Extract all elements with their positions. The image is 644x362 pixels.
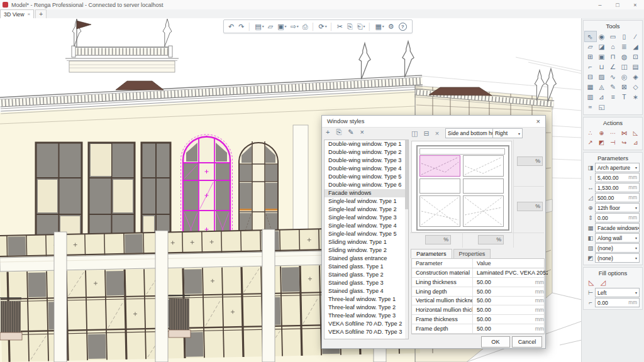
action-mirror-icon[interactable]: ⋈ [619,128,630,138]
mep-tool-icon[interactable]: ⊠ [619,82,630,92]
axis-tool-icon[interactable]: ∠ [608,62,619,72]
field-control[interactable]: 0.00 mm [595,298,640,307]
equipment-tool-icon[interactable]: ◎ [619,72,630,82]
ramp-tool-icon[interactable]: ◢ [630,41,641,52]
tab[interactable]: Parameters [411,249,452,258]
help-icon[interactable]: ? [397,23,409,31]
symbol-tool-icon[interactable]: ∗ [630,92,641,102]
edit-style-icon[interactable]: ✎ [348,128,353,138]
field-control[interactable]: Arch aperture ▾ [595,163,640,172]
field-control[interactable]: Left ▾ [595,288,640,297]
list-item[interactable]: Sliding window. Type 1 [325,238,408,246]
list-item[interactable]: Single-leaf window. Type 4 [325,222,408,230]
list-item[interactable]: Facade windows [325,189,408,197]
split-percent-field[interactable]: % [517,202,543,211]
action-more-icon[interactable]: ⋯ [608,128,619,138]
cell-value[interactable]: 50.00 [477,297,491,304]
list-item[interactable]: Double-wing window. Type 4 [325,165,408,173]
maximize-button[interactable]: □ [609,2,626,8]
pipe-tool-icon[interactable]: ◬ [596,82,608,92]
action-angle-icon[interactable]: ⊿ [630,138,641,147]
list-item[interactable]: Double-wing window. Type 3 [325,156,408,165]
field-control[interactable]: (none) ▾ [595,253,640,263]
delete-split-icon[interactable]: × [435,129,439,137]
railing-tool-icon[interactable]: ⌐ [585,62,596,72]
grid-tool-icon[interactable]: ▦ [585,82,596,92]
action-rotate-icon[interactable]: ⊕ [596,128,608,138]
isolated-region-tool-icon[interactable]: ◍ [619,52,630,62]
separator[interactable]: │ [367,21,374,32]
specification-tool-icon[interactable]: ▤ [630,62,641,72]
preview-canvas[interactable] [411,141,512,233]
delete-style-icon[interactable]: × [360,128,364,138]
open-icon[interactable]: ▱ [266,21,275,32]
annotation-tool-icon[interactable]: ✎ [608,82,619,92]
split-percent-field[interactable]: % [478,235,504,244]
hinge-type-select[interactable]: Side and bottom hur ▾ [445,128,494,138]
list-item[interactable]: Three-leaf window. Type 3 [325,312,408,320]
beam-tool-icon[interactable]: ∕ [630,31,641,41]
split-vertical-icon[interactable]: ◫ [411,129,418,138]
paste-icon[interactable]: ⎗▾ [355,21,367,32]
table-row[interactable]: Lining thickness 50.00 mm [412,278,544,287]
preview-transom[interactable] [419,148,505,155]
fill-left-slope-icon[interactable]: ◺ [589,278,594,287]
list-item[interactable]: Three-leaf window. Type 2 [325,304,408,312]
list-item[interactable]: Stained glass. Type 2 [325,271,408,279]
fill-right-slope-icon[interactable]: ◿ [600,278,605,287]
stamp-tool-icon[interactable]: ⊟ [585,72,596,82]
action-redirect-icon[interactable]: ↪ [619,138,630,147]
list-item[interactable]: Three-leaf window. Type 1 [325,295,408,304]
floor-tool-icon[interactable]: ▱ [585,41,596,52]
text-tool-icon[interactable]: T [619,92,630,102]
field-control[interactable]: 1,530.00 mm [595,183,640,192]
cancel-button[interactable]: Cancel [512,336,542,348]
assembly-tool-icon[interactable]: ⊡ [630,52,641,62]
export-icon[interactable]: ⇨▾ [289,21,301,32]
split-percent-field[interactable]: % [517,156,543,166]
plumbing-tool-icon[interactable]: ⊔ [596,62,608,72]
cut-icon[interactable]: ✂ [335,21,345,32]
cell-value[interactable]: 50.00 [477,316,491,322]
add-style-icon[interactable]: + [326,128,330,138]
preview-pane[interactable] [463,155,504,177]
list-item[interactable]: Single-leaf window. Type 5 [325,230,408,238]
canopy-tool-icon[interactable]: ⊓ [608,52,619,62]
list-item[interactable]: Stained glass. Type 1 [325,263,408,271]
window-tool-icon[interactable]: ▣ [596,52,608,62]
dialog-titlebar[interactable]: Window styles × [322,116,545,128]
undo-icon[interactable]: ↶ [226,21,236,32]
save-icon[interactable]: ▣▾ [275,21,288,32]
close-button[interactable]: × [626,2,644,8]
spline-tool-icon[interactable]: ≈ [585,102,596,112]
field-control[interactable]: 500.00 mm [595,193,640,202]
cell-value[interactable]: 50.00 [477,307,491,313]
field-control[interactable]: Facade windows ▾ [595,223,640,233]
table-row[interactable]: Construction material Laminated PVC. VEK… [412,268,544,278]
section-tool-icon[interactable]: ▥ [585,92,596,102]
opening-tool-icon[interactable]: ◫ [619,62,630,72]
action-slope-icon[interactable]: ◺ [630,128,641,138]
tab-close-icon[interactable]: × [28,11,31,17]
element-tool-icon[interactable]: ◇ [630,82,641,92]
preview-pane-selected[interactable] [419,155,460,177]
field-control[interactable]: 12th floor ▾ [595,203,640,212]
list-item[interactable]: Stained glass. Type 4 [325,287,408,295]
preview-pane[interactable] [463,178,504,194]
tab[interactable]: Properties [453,249,491,258]
elevation-tool-icon[interactable]: ⊿ [596,92,608,102]
cell-value[interactable]: 50.00 [477,326,491,332]
field-control[interactable]: 0.00 mm [595,213,640,222]
list-item[interactable]: Single-leaf window. Type 2 [325,206,408,214]
copy-icon[interactable]: ⎘ [345,21,355,32]
field-control[interactable]: 5,400.00 mm [595,173,640,182]
tab-3d-view[interactable]: 3D View × [0,9,34,18]
list-scrollbar[interactable] [405,140,408,339]
split-horizontal-icon[interactable]: ⊟ [423,129,429,138]
add-tab-button[interactable]: + [35,9,47,18]
select-tool-icon[interactable]: ⇖ [585,31,596,41]
cell-value[interactable]: 50.00 [477,288,491,295]
region-tool-icon[interactable]: ◱ [596,102,608,112]
list-item[interactable]: VEKA Softline 70 AD. Type 2 [325,320,408,328]
dialog-close-icon[interactable]: × [536,118,540,125]
